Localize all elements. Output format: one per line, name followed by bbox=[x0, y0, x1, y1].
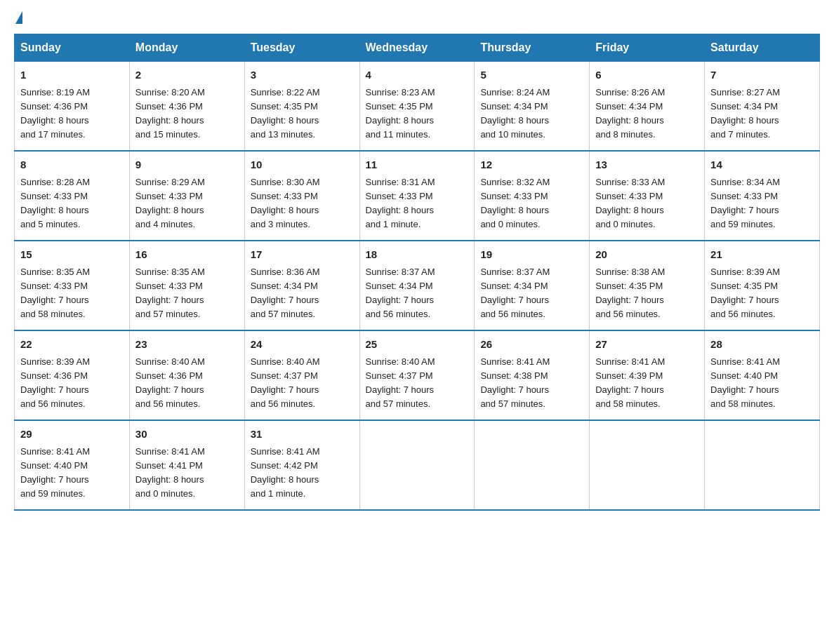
table-row: 7Sunrise: 8:27 AM Sunset: 4:34 PM Daylig… bbox=[705, 62, 820, 152]
day-number: 24 bbox=[251, 337, 354, 353]
day-info: Sunrise: 8:41 AM Sunset: 4:41 PM Dayligh… bbox=[135, 445, 239, 502]
calendar-week-row: 1Sunrise: 8:19 AM Sunset: 4:36 PM Daylig… bbox=[15, 62, 820, 152]
day-number: 30 bbox=[135, 427, 239, 443]
day-info: Sunrise: 8:39 AM Sunset: 4:36 PM Dayligh… bbox=[20, 355, 124, 412]
table-row bbox=[359, 420, 475, 510]
table-row: 10Sunrise: 8:30 AM Sunset: 4:33 PM Dayli… bbox=[244, 151, 359, 241]
day-info: Sunrise: 8:37 AM Sunset: 4:34 PM Dayligh… bbox=[366, 265, 469, 322]
table-row: 22Sunrise: 8:39 AM Sunset: 4:36 PM Dayli… bbox=[15, 330, 130, 420]
calendar-week-row: 22Sunrise: 8:39 AM Sunset: 4:36 PM Dayli… bbox=[15, 330, 820, 420]
day-number: 12 bbox=[480, 157, 583, 173]
day-number: 6 bbox=[595, 67, 699, 83]
day-info: Sunrise: 8:28 AM Sunset: 4:33 PM Dayligh… bbox=[20, 175, 124, 232]
day-info: Sunrise: 8:35 AM Sunset: 4:33 PM Dayligh… bbox=[20, 265, 124, 322]
day-info: Sunrise: 8:30 AM Sunset: 4:33 PM Dayligh… bbox=[251, 175, 354, 232]
table-row: 17Sunrise: 8:36 AM Sunset: 4:34 PM Dayli… bbox=[244, 241, 359, 330]
logo bbox=[14, 14, 22, 27]
day-info: Sunrise: 8:40 AM Sunset: 4:37 PM Dayligh… bbox=[251, 355, 354, 412]
day-info: Sunrise: 8:41 AM Sunset: 4:38 PM Dayligh… bbox=[480, 355, 583, 412]
day-number: 18 bbox=[366, 247, 469, 263]
table-row bbox=[705, 420, 820, 510]
day-info: Sunrise: 8:24 AM Sunset: 4:34 PM Dayligh… bbox=[480, 86, 583, 142]
day-number: 10 bbox=[251, 157, 354, 173]
day-info: Sunrise: 8:22 AM Sunset: 4:35 PM Dayligh… bbox=[251, 86, 354, 142]
day-number: 21 bbox=[710, 247, 814, 263]
table-row: 3Sunrise: 8:22 AM Sunset: 4:35 PM Daylig… bbox=[244, 62, 359, 152]
day-number: 2 bbox=[135, 67, 239, 83]
day-info: Sunrise: 8:19 AM Sunset: 4:36 PM Dayligh… bbox=[20, 86, 124, 142]
calendar-week-row: 29Sunrise: 8:41 AM Sunset: 4:40 PM Dayli… bbox=[15, 420, 820, 510]
page-header bbox=[14, 14, 820, 27]
table-row bbox=[475, 420, 590, 510]
day-info: Sunrise: 8:20 AM Sunset: 4:36 PM Dayligh… bbox=[135, 86, 239, 142]
col-friday: Friday bbox=[590, 34, 705, 62]
day-info: Sunrise: 8:32 AM Sunset: 4:33 PM Dayligh… bbox=[480, 175, 583, 232]
col-sunday: Sunday bbox=[15, 34, 130, 62]
table-row: 31Sunrise: 8:41 AM Sunset: 4:42 PM Dayli… bbox=[244, 420, 359, 510]
col-tuesday: Tuesday bbox=[244, 34, 359, 62]
day-number: 23 bbox=[135, 337, 239, 353]
table-row: 27Sunrise: 8:41 AM Sunset: 4:39 PM Dayli… bbox=[590, 330, 705, 420]
calendar-table: Sunday Monday Tuesday Wednesday Thursday… bbox=[14, 34, 820, 511]
day-number: 19 bbox=[480, 247, 583, 263]
table-row: 24Sunrise: 8:40 AM Sunset: 4:37 PM Dayli… bbox=[244, 330, 359, 420]
table-row: 29Sunrise: 8:41 AM Sunset: 4:40 PM Dayli… bbox=[15, 420, 130, 510]
table-row: 21Sunrise: 8:39 AM Sunset: 4:35 PM Dayli… bbox=[705, 241, 820, 330]
day-info: Sunrise: 8:41 AM Sunset: 4:40 PM Dayligh… bbox=[710, 355, 814, 412]
table-row: 18Sunrise: 8:37 AM Sunset: 4:34 PM Dayli… bbox=[359, 241, 475, 330]
table-row bbox=[590, 420, 705, 510]
table-row: 8Sunrise: 8:28 AM Sunset: 4:33 PM Daylig… bbox=[15, 151, 130, 241]
day-info: Sunrise: 8:29 AM Sunset: 4:33 PM Dayligh… bbox=[135, 175, 239, 232]
day-info: Sunrise: 8:27 AM Sunset: 4:34 PM Dayligh… bbox=[710, 86, 814, 142]
table-row: 30Sunrise: 8:41 AM Sunset: 4:41 PM Dayli… bbox=[129, 420, 244, 510]
calendar-header-row: Sunday Monday Tuesday Wednesday Thursday… bbox=[15, 34, 820, 62]
day-info: Sunrise: 8:31 AM Sunset: 4:33 PM Dayligh… bbox=[366, 175, 469, 232]
day-number: 20 bbox=[595, 247, 699, 263]
day-info: Sunrise: 8:36 AM Sunset: 4:34 PM Dayligh… bbox=[251, 265, 354, 322]
day-info: Sunrise: 8:23 AM Sunset: 4:35 PM Dayligh… bbox=[366, 86, 469, 142]
day-info: Sunrise: 8:41 AM Sunset: 4:42 PM Dayligh… bbox=[251, 445, 354, 502]
col-saturday: Saturday bbox=[705, 34, 820, 62]
table-row: 1Sunrise: 8:19 AM Sunset: 4:36 PM Daylig… bbox=[15, 62, 130, 152]
day-info: Sunrise: 8:40 AM Sunset: 4:36 PM Dayligh… bbox=[135, 355, 239, 412]
day-number: 17 bbox=[251, 247, 354, 263]
day-info: Sunrise: 8:26 AM Sunset: 4:34 PM Dayligh… bbox=[595, 86, 699, 142]
calendar-week-row: 15Sunrise: 8:35 AM Sunset: 4:33 PM Dayli… bbox=[15, 241, 820, 330]
col-monday: Monday bbox=[129, 34, 244, 62]
calendar-week-row: 8Sunrise: 8:28 AM Sunset: 4:33 PM Daylig… bbox=[15, 151, 820, 241]
day-number: 16 bbox=[135, 247, 239, 263]
table-row: 28Sunrise: 8:41 AM Sunset: 4:40 PM Dayli… bbox=[705, 330, 820, 420]
day-number: 1 bbox=[20, 67, 124, 83]
day-number: 8 bbox=[20, 157, 124, 173]
day-info: Sunrise: 8:39 AM Sunset: 4:35 PM Dayligh… bbox=[710, 265, 814, 322]
day-number: 7 bbox=[710, 67, 814, 83]
day-number: 3 bbox=[251, 67, 354, 83]
day-number: 22 bbox=[20, 337, 124, 353]
day-number: 28 bbox=[710, 337, 814, 353]
day-number: 9 bbox=[135, 157, 239, 173]
table-row: 13Sunrise: 8:33 AM Sunset: 4:33 PM Dayli… bbox=[590, 151, 705, 241]
day-number: 5 bbox=[480, 67, 583, 83]
table-row: 4Sunrise: 8:23 AM Sunset: 4:35 PM Daylig… bbox=[359, 62, 475, 152]
day-number: 29 bbox=[20, 427, 124, 443]
day-number: 11 bbox=[366, 157, 469, 173]
day-number: 25 bbox=[366, 337, 469, 353]
day-number: 15 bbox=[20, 247, 124, 263]
day-info: Sunrise: 8:38 AM Sunset: 4:35 PM Dayligh… bbox=[595, 265, 699, 322]
logo-triangle-icon bbox=[15, 11, 22, 24]
table-row: 15Sunrise: 8:35 AM Sunset: 4:33 PM Dayli… bbox=[15, 241, 130, 330]
table-row: 5Sunrise: 8:24 AM Sunset: 4:34 PM Daylig… bbox=[475, 62, 590, 152]
table-row: 12Sunrise: 8:32 AM Sunset: 4:33 PM Dayli… bbox=[475, 151, 590, 241]
col-wednesday: Wednesday bbox=[359, 34, 475, 62]
day-number: 14 bbox=[710, 157, 814, 173]
table-row: 23Sunrise: 8:40 AM Sunset: 4:36 PM Dayli… bbox=[129, 330, 244, 420]
day-info: Sunrise: 8:40 AM Sunset: 4:37 PM Dayligh… bbox=[366, 355, 469, 412]
day-info: Sunrise: 8:37 AM Sunset: 4:34 PM Dayligh… bbox=[480, 265, 583, 322]
day-number: 27 bbox=[595, 337, 699, 353]
table-row: 19Sunrise: 8:37 AM Sunset: 4:34 PM Dayli… bbox=[475, 241, 590, 330]
day-info: Sunrise: 8:35 AM Sunset: 4:33 PM Dayligh… bbox=[135, 265, 239, 322]
table-row: 16Sunrise: 8:35 AM Sunset: 4:33 PM Dayli… bbox=[129, 241, 244, 330]
day-info: Sunrise: 8:41 AM Sunset: 4:40 PM Dayligh… bbox=[20, 445, 124, 502]
day-number: 13 bbox=[595, 157, 699, 173]
day-info: Sunrise: 8:33 AM Sunset: 4:33 PM Dayligh… bbox=[595, 175, 699, 232]
